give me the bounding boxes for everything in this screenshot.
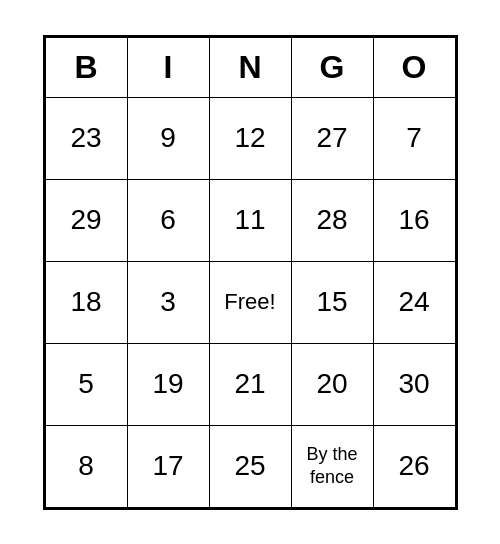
bingo-cell-r3-c2: 21 xyxy=(209,343,291,425)
bingo-card: BINGO 23912277296112816183Free!152451921… xyxy=(43,35,458,510)
bingo-cell-r1-c4: 16 xyxy=(373,179,455,261)
bingo-cell-r0-c4: 7 xyxy=(373,97,455,179)
bingo-cell-r0-c3: 27 xyxy=(291,97,373,179)
bingo-header-n: N xyxy=(209,37,291,97)
bingo-table: BINGO 23912277296112816183Free!152451921… xyxy=(45,37,456,508)
bingo-cell-r2-c0: 18 xyxy=(45,261,127,343)
table-row: 519212030 xyxy=(45,343,455,425)
bingo-cell-r1-c1: 6 xyxy=(127,179,209,261)
header-row: BINGO xyxy=(45,37,455,97)
bingo-cell-r4-c2: 25 xyxy=(209,425,291,507)
table-row: 183Free!1524 xyxy=(45,261,455,343)
bingo-cell-r2-c2: Free! xyxy=(209,261,291,343)
bingo-cell-r0-c2: 12 xyxy=(209,97,291,179)
bingo-cell-r3-c1: 19 xyxy=(127,343,209,425)
bingo-cell-r2-c1: 3 xyxy=(127,261,209,343)
bingo-cell-r1-c3: 28 xyxy=(291,179,373,261)
bingo-cell-r1-c2: 11 xyxy=(209,179,291,261)
bingo-cell-r4-c1: 17 xyxy=(127,425,209,507)
table-row: 81725By the fence26 xyxy=(45,425,455,507)
bingo-header-g: G xyxy=(291,37,373,97)
table-row: 296112816 xyxy=(45,179,455,261)
bingo-cell-r4-c3: By the fence xyxy=(291,425,373,507)
bingo-cell-r4-c4: 26 xyxy=(373,425,455,507)
bingo-cell-r1-c0: 29 xyxy=(45,179,127,261)
bingo-cell-r4-c0: 8 xyxy=(45,425,127,507)
bingo-cell-r2-c3: 15 xyxy=(291,261,373,343)
table-row: 23912277 xyxy=(45,97,455,179)
bingo-cell-r3-c3: 20 xyxy=(291,343,373,425)
bingo-cell-r2-c4: 24 xyxy=(373,261,455,343)
bingo-header-i: I xyxy=(127,37,209,97)
bingo-cell-r3-c4: 30 xyxy=(373,343,455,425)
bingo-cell-r3-c0: 5 xyxy=(45,343,127,425)
bingo-cell-r0-c0: 23 xyxy=(45,97,127,179)
bingo-header-b: B xyxy=(45,37,127,97)
bingo-header-o: O xyxy=(373,37,455,97)
bingo-cell-r0-c1: 9 xyxy=(127,97,209,179)
